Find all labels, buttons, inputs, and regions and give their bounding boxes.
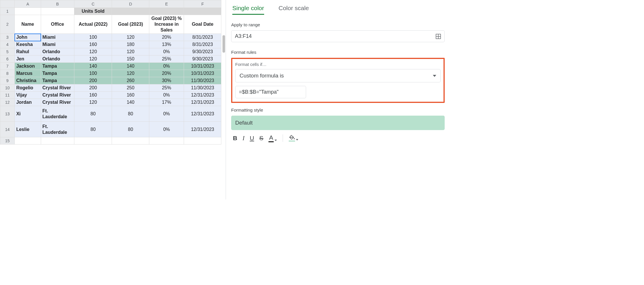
tab-color-scale[interactable]: Color scale xyxy=(279,5,309,15)
cell-actual[interactable]: 200 xyxy=(74,84,112,92)
cell-office[interactable]: Tampa xyxy=(41,70,74,77)
cell[interactable] xyxy=(149,137,184,145)
row-header-11[interactable]: 11 xyxy=(0,92,15,99)
cell-goal[interactable]: 80 xyxy=(112,122,149,137)
cell-name[interactable]: Marcus xyxy=(15,70,41,77)
cell-date[interactable]: 12/31/2023 xyxy=(184,122,221,137)
row-header-2[interactable]: 2 xyxy=(0,15,15,34)
row-header-15[interactable]: 15 xyxy=(0,137,15,145)
row-header-13[interactable]: 13 xyxy=(0,106,15,122)
cell-goal[interactable]: 250 xyxy=(112,84,149,92)
cell-office[interactable]: Ft. Lauderdale xyxy=(41,122,74,137)
cell-name[interactable]: John xyxy=(15,34,41,41)
cell-date[interactable]: 10/31/2023 xyxy=(184,63,221,70)
cell-goal[interactable]: 140 xyxy=(112,63,149,70)
cell-pct[interactable]: 20% xyxy=(149,70,184,77)
row-header-1[interactable]: 1 xyxy=(0,8,15,15)
row-header-4[interactable]: 4 xyxy=(0,41,15,48)
cell-actual[interactable]: 100 xyxy=(74,70,112,77)
cell[interactable] xyxy=(15,137,41,145)
cell-actual[interactable]: 80 xyxy=(74,122,112,137)
cell[interactable] xyxy=(112,8,149,15)
cell-goal[interactable]: 260 xyxy=(112,77,149,84)
cell[interactable] xyxy=(15,8,41,15)
cell-actual[interactable]: 120 xyxy=(74,48,112,55)
vertical-scrollbar[interactable] xyxy=(222,35,225,53)
cell[interactable] xyxy=(149,8,184,15)
cell-office[interactable]: Miami xyxy=(41,34,74,41)
cell-date[interactable]: 9/30/2023 xyxy=(184,48,221,55)
bold-button[interactable]: B xyxy=(233,135,237,142)
cell-date[interactable]: 9/30/2023 xyxy=(184,55,221,63)
cell-goal[interactable]: 120 xyxy=(112,34,149,41)
cell-name[interactable]: Rogelio xyxy=(15,84,41,92)
cell-pct[interactable]: 17% xyxy=(149,99,184,106)
row-header-6[interactable]: 6 xyxy=(0,55,15,63)
cell[interactable] xyxy=(184,137,221,145)
text-color-button[interactable]: A xyxy=(268,134,277,142)
cell-date[interactable]: 12/31/2023 xyxy=(184,106,221,122)
cell-header-date[interactable]: Goal Date xyxy=(184,15,221,34)
cell-pct[interactable]: 30% xyxy=(149,77,184,84)
row-header-5[interactable]: 5 xyxy=(0,48,15,55)
italic-button[interactable]: I xyxy=(242,135,244,142)
cell-pct[interactable]: 20% xyxy=(149,34,184,41)
row-header-12[interactable]: 12 xyxy=(0,99,15,106)
cell-goal[interactable]: 140 xyxy=(112,99,149,106)
cell-name[interactable]: Leslie xyxy=(15,122,41,137)
cell-date[interactable]: 8/31/2023 xyxy=(184,34,221,41)
condition-select[interactable]: Custom formula is xyxy=(235,69,441,82)
cell-office[interactable]: Tampa xyxy=(41,77,74,84)
cell-units-sold[interactable]: Units Sold xyxy=(74,8,112,15)
cell-goal[interactable]: 80 xyxy=(112,106,149,122)
cell-date[interactable]: 11/30/2023 xyxy=(184,84,221,92)
cell[interactable] xyxy=(41,8,74,15)
apply-to-range-input[interactable]: A3:F14 xyxy=(231,30,445,42)
cell-name[interactable]: Keesha xyxy=(15,41,41,48)
col-header-E[interactable]: E xyxy=(149,0,184,8)
cell-actual[interactable]: 140 xyxy=(74,63,112,70)
cell-date[interactable]: 11/30/2023 xyxy=(184,77,221,84)
cell-office[interactable]: Tampa xyxy=(41,63,74,70)
cell-pct[interactable]: 0% xyxy=(149,48,184,55)
cell-name[interactable]: Rahul xyxy=(15,48,41,55)
cell-header-pct[interactable]: Goal (2023) % Increase in Sales xyxy=(149,15,184,34)
cell-pct[interactable]: 0% xyxy=(149,92,184,99)
cell-date[interactable]: 12/31/2023 xyxy=(184,99,221,106)
cell-actual[interactable]: 80 xyxy=(74,106,112,122)
select-all-corner[interactable] xyxy=(0,0,15,8)
cell-name[interactable]: Jordan xyxy=(15,99,41,106)
cell-goal[interactable]: 120 xyxy=(112,48,149,55)
underline-button[interactable]: U xyxy=(250,135,254,142)
cell-pct[interactable]: 25% xyxy=(149,55,184,63)
cell-office[interactable]: Orlando xyxy=(41,55,74,63)
cell-date[interactable]: 10/31/2023 xyxy=(184,70,221,77)
col-header-C[interactable]: C xyxy=(74,0,112,8)
cell[interactable] xyxy=(74,137,112,145)
cell-office[interactable]: Orlando xyxy=(41,48,74,55)
cell-goal[interactable]: 180 xyxy=(112,41,149,48)
row-header-10[interactable]: 10 xyxy=(0,84,15,92)
cell-office[interactable]: Ft. Lauderdale xyxy=(41,106,74,122)
cell-actual[interactable]: 120 xyxy=(74,99,112,106)
cell-pct[interactable]: 0% xyxy=(149,122,184,137)
cell-office[interactable]: Crystal River xyxy=(41,84,74,92)
cell-header-goal[interactable]: Goal (2023) xyxy=(112,15,149,34)
row-header-9[interactable]: 9 xyxy=(0,77,15,84)
custom-formula-input[interactable]: =$B:$B="Tampa" xyxy=(235,86,306,98)
cell-name[interactable]: Vijay xyxy=(15,92,41,99)
cell-pct[interactable]: 0% xyxy=(149,63,184,70)
cell-office[interactable]: Crystal River xyxy=(41,99,74,106)
spreadsheet-area[interactable]: A B C D E F 1Units Sold2NameOfficeActual… xyxy=(0,0,226,199)
strikethrough-button[interactable]: S xyxy=(259,135,263,142)
cell-name[interactable]: Xi xyxy=(15,106,41,122)
column-header-row[interactable]: A B C D E F xyxy=(0,0,221,8)
row-header-3[interactable]: 3 xyxy=(0,34,15,41)
cell-actual[interactable]: 160 xyxy=(74,41,112,48)
cell-date[interactable]: 12/31/2023 xyxy=(184,92,221,99)
cell-office[interactable]: Miami xyxy=(41,41,74,48)
cell-date[interactable]: 8/31/2023 xyxy=(184,41,221,48)
col-header-B[interactable]: B xyxy=(41,0,74,8)
cell-office[interactable]: Crystal River xyxy=(41,92,74,99)
cell-actual[interactable]: 100 xyxy=(74,34,112,41)
